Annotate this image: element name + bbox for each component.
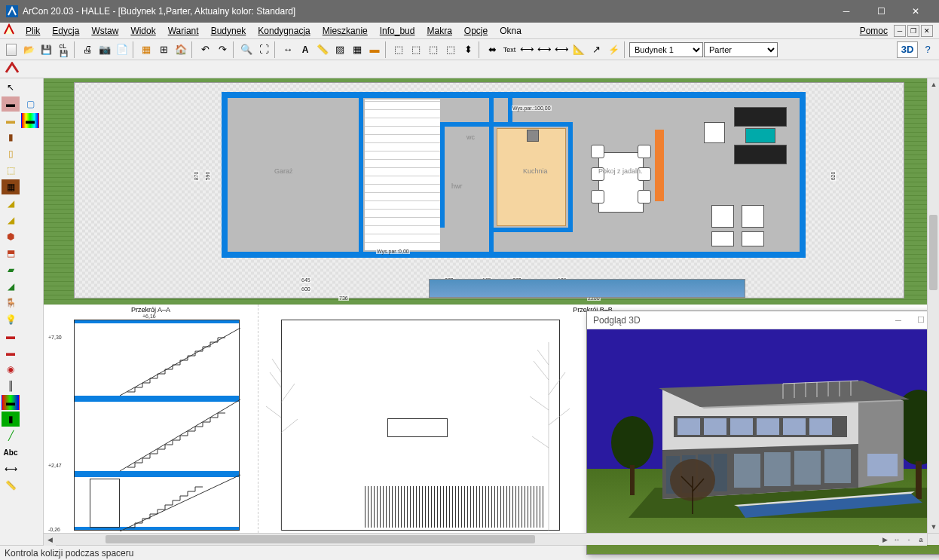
svg-rect-24 bbox=[809, 418, 832, 435]
main-toolbar: 📂 💾 cL💾 🖨 📷 📄 ▦ ⊞ 🏠 ↶ ↷ 🔍 ⛶ ↔ A 📏 ▨ ▦ ▬ … bbox=[0, 39, 939, 60]
roof-tool-2[interactable]: ⬒ bbox=[2, 246, 20, 261]
export-button[interactable]: 📄 bbox=[114, 41, 130, 58]
plan-view[interactable]: Garaż Kuchnia Pokoj z jadaln. hwr wc 645… bbox=[44, 78, 927, 304]
box-tool[interactable]: ▢ bbox=[21, 96, 39, 112]
status-text: Kontrola kolizji podczas spaceru bbox=[5, 548, 133, 558]
camera-button[interactable]: 📷 bbox=[96, 41, 113, 58]
component-tool[interactable]: ⬚ bbox=[2, 163, 20, 178]
house-3d-button[interactable]: 🏠 bbox=[173, 41, 189, 58]
room-label-kitchen: Kuchnia bbox=[523, 167, 548, 175]
green-tool-2[interactable]: ◢ bbox=[2, 279, 20, 294]
measure-tool[interactable]: 📏 bbox=[2, 478, 20, 493]
undo-button[interactable]: ↶ bbox=[197, 41, 213, 58]
redo-button[interactable]: ↷ bbox=[214, 41, 231, 58]
vertical-scrollbar[interactable]: ▲ ▼ bbox=[927, 78, 939, 533]
menu-edycja[interactable]: Edycja bbox=[46, 24, 85, 38]
red-tool-1[interactable]: ▬ bbox=[2, 329, 20, 344]
chart-tool[interactable]: ▬ bbox=[2, 395, 20, 410]
minimize-button[interactable]: ─ bbox=[829, 0, 864, 23]
dimension-button[interactable]: ↔ bbox=[280, 41, 296, 58]
light-tool[interactable]: 💡 bbox=[2, 312, 20, 327]
preview-3d-viewport[interactable] bbox=[587, 329, 939, 554]
lightning-button[interactable]: ⚡ bbox=[605, 41, 622, 58]
close-button[interactable]: ✕ bbox=[898, 0, 933, 23]
fill-button[interactable]: ▬ bbox=[366, 41, 383, 58]
preview-3d-window[interactable]: Podgląd 3D ─ ☐ ✕ bbox=[586, 311, 939, 555]
layer-button-3[interactable]: ⬚ bbox=[425, 41, 442, 58]
hatch-button[interactable]: ▨ bbox=[332, 41, 348, 58]
layout-button-2[interactable]: ⊞ bbox=[155, 41, 172, 58]
open-file-button[interactable]: 📂 bbox=[20, 41, 37, 58]
slab-tool[interactable]: ▬ bbox=[2, 113, 20, 128]
layer-tool-2[interactable]: ◢ bbox=[2, 213, 20, 228]
zoom-fit-button[interactable]: ⛶ bbox=[255, 41, 272, 58]
layer-button-1[interactable]: ⬚ bbox=[390, 41, 407, 58]
text-label-button[interactable]: A bbox=[297, 41, 314, 58]
menu-opcje[interactable]: Opcje bbox=[458, 24, 494, 38]
dimension-tool[interactable]: ⟷ bbox=[2, 461, 20, 476]
green-box-tool[interactable]: ▮ bbox=[2, 412, 20, 427]
menu-mieszkanie[interactable]: Mieszkanie bbox=[317, 24, 374, 38]
menu-widok[interactable]: Widok bbox=[124, 24, 161, 38]
print-button[interactable]: 🖨 bbox=[79, 41, 96, 58]
menu-wariant[interactable]: Wariant bbox=[162, 24, 205, 38]
menu-makra[interactable]: Makra bbox=[421, 24, 457, 38]
grid-button[interactable]: ▦ bbox=[349, 41, 366, 58]
menu-infobud[interactable]: Info_bud bbox=[374, 24, 421, 38]
menu-budynek[interactable]: Budynek bbox=[205, 24, 252, 38]
door-tool[interactable]: ▮ bbox=[2, 130, 20, 145]
zoom-button[interactable]: 🔍 bbox=[238, 41, 255, 58]
preview-3d-titlebar[interactable]: Podgląd 3D ─ ☐ ✕ bbox=[587, 311, 939, 329]
view-3d-button[interactable]: 3D bbox=[897, 41, 918, 58]
dim-tool-2[interactable]: ⟷ bbox=[536, 41, 552, 58]
text-button[interactable]: Text bbox=[501, 41, 518, 58]
layout-button-1[interactable]: ▦ bbox=[138, 41, 154, 58]
menubar: Plik Edycja Wstaw Widok Wariant Budynek … bbox=[0, 23, 939, 39]
ruler-button[interactable]: 📏 bbox=[314, 41, 331, 58]
north-button[interactable]: ↗ bbox=[588, 41, 604, 58]
drawing-canvas[interactable]: Garaż Kuchnia Pokoj z jadaln. hwr wc 645… bbox=[44, 78, 939, 545]
vertical-scroll-thumb[interactable] bbox=[929, 215, 937, 290]
line-tool[interactable]: ╱ bbox=[2, 428, 20, 443]
texture-tool[interactable]: ▦ bbox=[2, 179, 20, 194]
layer-tool-1[interactable]: ◢ bbox=[2, 196, 20, 211]
wall-tool[interactable]: ▬ bbox=[2, 96, 20, 112]
preview-3d-minimize[interactable]: ─ bbox=[887, 311, 910, 329]
menu-pomoc[interactable]: Pomoc bbox=[854, 24, 894, 38]
select-tool[interactable]: ↖ bbox=[2, 80, 20, 95]
mdi-restore[interactable]: ❐ bbox=[907, 25, 919, 37]
angle-button[interactable]: 📐 bbox=[570, 41, 587, 58]
furniture-tool[interactable]: 🪑 bbox=[2, 295, 20, 311]
stairs-tool[interactable]: ║ bbox=[2, 378, 20, 393]
layer-button-4[interactable]: ⬚ bbox=[442, 41, 459, 58]
horizontal-scrollbar[interactable]: ◀ ▶ ↔ - a bbox=[44, 533, 927, 545]
color-tool[interactable]: ▬ bbox=[21, 113, 39, 128]
help-button[interactable]: ? bbox=[919, 41, 936, 58]
floor-combo[interactable]: Parter bbox=[704, 42, 778, 57]
window-tool[interactable]: ▯ bbox=[2, 146, 20, 161]
roof-tool-1[interactable]: ⬢ bbox=[2, 229, 20, 244]
menu-okna[interactable]: Okna bbox=[494, 24, 528, 38]
red-tool-2[interactable]: ▬ bbox=[2, 345, 20, 360]
building-combo[interactable]: Budynek 1 bbox=[629, 42, 703, 57]
dim-tool-3[interactable]: ⟷ bbox=[553, 41, 570, 58]
svg-rect-21 bbox=[730, 418, 753, 435]
maximize-button[interactable]: ☐ bbox=[864, 0, 898, 23]
new-file-button[interactable] bbox=[3, 41, 20, 58]
text-tool[interactable]: Abc bbox=[2, 445, 20, 460]
mdi-minimize[interactable]: ─ bbox=[894, 25, 906, 37]
menu-kondygnacja[interactable]: Kondygnacja bbox=[252, 24, 316, 38]
dim-tool-1[interactable]: ⟷ bbox=[518, 41, 535, 58]
green-tool-1[interactable]: ▰ bbox=[2, 262, 20, 277]
save-as-button[interactable]: cL💾 bbox=[55, 41, 72, 58]
layer-button-2[interactable]: ⬚ bbox=[408, 41, 424, 58]
menu-plik[interactable]: Plik bbox=[20, 24, 46, 38]
save-file-button[interactable]: 💾 bbox=[38, 41, 54, 58]
layer-button-5[interactable]: ⬍ bbox=[460, 41, 476, 58]
section-button[interactable]: ⬌ bbox=[484, 41, 500, 58]
horizontal-scroll-thumb[interactable] bbox=[106, 535, 535, 543]
menu-wstaw[interactable]: Wstaw bbox=[85, 24, 124, 38]
section-a-view[interactable]: Przekrój A–A bbox=[44, 304, 258, 533]
red-tool-3[interactable]: ◉ bbox=[2, 362, 20, 377]
mdi-close[interactable]: ✕ bbox=[921, 25, 933, 37]
